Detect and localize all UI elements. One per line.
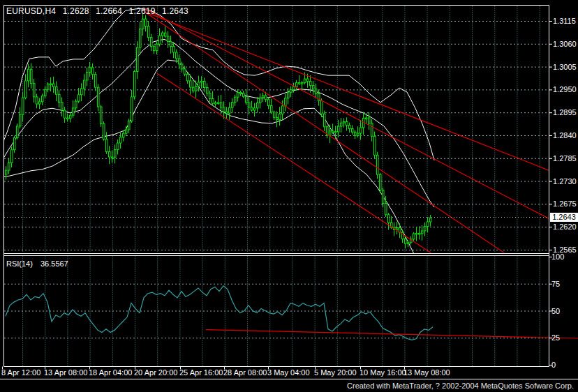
rsi-trendline[interactable] — [206, 330, 578, 338]
candle-body — [355, 132, 357, 135]
candle-body — [369, 118, 371, 123]
candle-body — [290, 89, 292, 92]
candle-body — [45, 89, 47, 96]
candle-body — [215, 103, 217, 104]
candle-body — [78, 95, 80, 101]
candle-body — [81, 89, 83, 95]
price-axis-label: 1.3115 — [553, 17, 576, 25]
candle-body — [151, 38, 153, 47]
trendline[interactable] — [144, 12, 549, 170]
candle-body — [316, 89, 318, 94]
candle-body — [168, 36, 170, 42]
candle-body — [56, 87, 58, 95]
candle-body — [159, 36, 161, 44]
candle-body — [237, 92, 239, 97]
candle-body — [377, 155, 379, 174]
candle-body — [285, 98, 287, 106]
candle-body — [405, 239, 407, 243]
candle-body — [103, 124, 105, 140]
candle-body — [304, 79, 306, 83]
candle-body — [190, 81, 192, 87]
time-axis-label: 10 May 16:00 — [360, 369, 406, 377]
candle-body — [360, 128, 362, 133]
candle-body — [416, 233, 418, 234]
trendline[interactable] — [157, 73, 431, 252]
chart-canvas[interactable] — [0, 0, 578, 392]
candle-body — [243, 93, 245, 96]
candle-body — [422, 231, 424, 234]
candle-body — [265, 96, 267, 100]
candle-body — [279, 114, 281, 119]
candle-body — [170, 42, 172, 47]
price-axis-label: 1.2895 — [553, 109, 577, 116]
candle-body — [338, 126, 340, 132]
price-axis-label: 1.3005 — [553, 63, 577, 71]
candle-body — [173, 46, 175, 52]
high-value: 1.2664 — [96, 6, 122, 16]
price-axis-label: 1.2785 — [553, 155, 577, 163]
candle-body — [240, 92, 242, 93]
candle-body — [131, 97, 133, 121]
bollinger-upper-band — [0, 8, 434, 160]
rsi-indicator-header: RSI(14) 36.5567 — [6, 259, 74, 268]
symbol-period-label: EURUSD,H4 — [6, 6, 56, 16]
candle-body — [22, 98, 24, 114]
candle-body — [42, 96, 44, 102]
trendline[interactable] — [144, 8, 549, 218]
candle-body — [101, 107, 103, 124]
candle-body — [195, 86, 198, 91]
candle-body — [198, 82, 200, 86]
candle-body — [282, 106, 284, 114]
candle-body — [288, 93, 290, 98]
time-axis-label: 20 Apr 20:00 — [134, 369, 177, 377]
candle-body — [349, 126, 351, 129]
symbol-ohlc-header: EURUSD,H4 1.2628 1.2664 1.2619 1.2643 — [6, 6, 193, 16]
candle-body — [343, 121, 346, 123]
candle-body — [271, 106, 273, 112]
candle-body — [229, 107, 231, 113]
candle-body — [296, 83, 298, 87]
candle-body — [14, 138, 16, 150]
copyright-text: Created with MetaTrader, ? 2002-2004 Met… — [347, 382, 574, 390]
candle-body — [274, 112, 276, 118]
candle-body — [388, 215, 390, 223]
candle-body — [11, 150, 13, 163]
candle-body — [223, 107, 225, 112]
time-axis-label: 8 Apr 12:00 — [1, 369, 40, 377]
candle-body — [36, 97, 38, 104]
candle-body — [232, 103, 234, 108]
rsi-value: 36.5567 — [40, 259, 68, 268]
candle-body — [427, 222, 429, 227]
candle-body — [251, 107, 253, 110]
candle-body — [114, 150, 117, 158]
candle-body — [84, 80, 86, 89]
candle-body — [380, 174, 382, 190]
candle-body — [424, 227, 427, 231]
candle-body — [20, 114, 22, 126]
candle-body — [34, 84, 36, 97]
candle-body — [6, 170, 8, 174]
candle-body — [112, 157, 114, 158]
candle-body — [184, 69, 186, 74]
time-axis-label: 28 Apr 08:00 — [223, 369, 267, 377]
candle-body — [67, 118, 69, 119]
candle-body — [181, 64, 184, 69]
candle-body — [126, 130, 128, 133]
candle-body — [293, 87, 295, 90]
candle-body — [106, 140, 108, 152]
rsi-line — [6, 286, 433, 340]
candle-body — [374, 136, 376, 155]
rsi-axis-label: 0 — [551, 361, 556, 369]
candle-body — [179, 59, 181, 64]
candle-body — [383, 190, 385, 204]
candle-body — [260, 98, 262, 103]
candle-body — [371, 123, 373, 137]
candle-body — [154, 47, 156, 51]
candle-body — [148, 27, 150, 38]
candle-body — [419, 233, 421, 234]
candle-body — [335, 132, 337, 133]
candle-body — [123, 133, 125, 137]
candle-body — [221, 103, 223, 107]
candle-body — [246, 96, 248, 103]
candle-body — [50, 84, 52, 85]
